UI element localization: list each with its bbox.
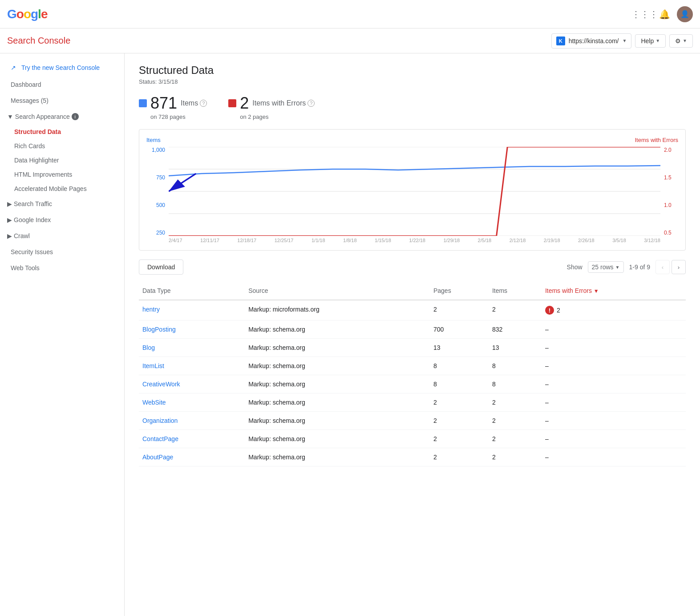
- search-traffic-label: Search Traffic: [14, 200, 52, 207]
- page-status: Status: 3/15/18: [139, 78, 686, 85]
- sort-icon: ▼: [594, 288, 599, 294]
- col-header-items: Items: [489, 282, 542, 300]
- sidebar-item-try-new[interactable]: ↗ Try the new Search Console: [0, 59, 124, 77]
- page-nav: ‹ ›: [655, 260, 686, 274]
- error-badge: !: [545, 306, 554, 315]
- type-link[interactable]: ItemList: [142, 362, 164, 369]
- cell-type: AboutPage: [139, 448, 245, 466]
- svg-line-6: [169, 174, 196, 191]
- sidebar-item-messages[interactable]: Messages (5): [0, 93, 124, 109]
- cell-items: 8: [489, 357, 542, 375]
- items-label: Items ?: [181, 99, 207, 107]
- site-selector[interactable]: K https://kinsta.com/ ▼: [551, 33, 632, 49]
- prev-page-button[interactable]: ‹: [655, 260, 670, 274]
- download-button[interactable]: Download: [139, 259, 183, 275]
- cell-source: Markup: schema.org: [245, 430, 430, 448]
- sidebar-item-security[interactable]: Security Issues: [0, 244, 124, 260]
- sub-header-controls: K https://kinsta.com/ ▼ Help ▼ ⚙ ▼: [551, 33, 693, 49]
- security-label: Security Issues: [11, 248, 53, 255]
- cell-pages: 2: [430, 430, 489, 448]
- type-link[interactable]: BlogPosting: [142, 326, 176, 333]
- cell-pages: 2: [430, 393, 489, 412]
- bell-icon[interactable]: 🔔: [657, 7, 672, 21]
- pagination: Show 25 rows ▼ 1-9 of 9 ‹ ›: [567, 260, 686, 274]
- sidebar-section-crawl[interactable]: ▶ Crawl: [0, 228, 124, 244]
- cell-pages: 700: [430, 320, 489, 339]
- try-new-label: Try the new Search Console: [21, 64, 100, 71]
- sidebar-item-rich-cards[interactable]: Rich Cards: [0, 139, 124, 153]
- cell-type: WebSite: [139, 393, 245, 412]
- sidebar-section-google-index[interactable]: ▶ Google Index: [0, 212, 124, 228]
- type-link[interactable]: ContactPage: [142, 435, 178, 442]
- search-appearance-label: Search Appearance: [15, 113, 70, 120]
- sidebar: ↗ Try the new Search Console Dashboard M…: [0, 53, 125, 616]
- cell-source: Markup: schema.org: [245, 357, 430, 375]
- sidebar-item-amp[interactable]: Accelerated Mobile Pages: [0, 182, 124, 196]
- help-button[interactable]: Help ▼: [635, 34, 666, 48]
- header: Google ⋮⋮⋮ 🔔 👤: [0, 0, 700, 28]
- col-header-errors[interactable]: Items with Errors ▼: [542, 282, 686, 300]
- table-row: BlogPostingMarkup: schema.org700832–: [139, 320, 686, 339]
- cell-items: 2: [489, 430, 542, 448]
- external-link-icon: ↗: [11, 64, 16, 71]
- dashboard-label: Dashboard: [11, 81, 41, 88]
- items-help-icon[interactable]: ?: [200, 100, 207, 107]
- rows-label: 25 rows: [592, 263, 614, 271]
- chart-y-left: 1,000 750 500 250: [146, 147, 169, 236]
- col-header-type: Data Type: [139, 282, 245, 300]
- chevron-down-icon: ▼: [655, 38, 660, 43]
- expand-icon: ▶: [7, 232, 12, 239]
- crawl-label: Crawl: [14, 232, 30, 239]
- type-link[interactable]: CreativeWork: [142, 381, 180, 388]
- next-page-button[interactable]: ›: [672, 260, 686, 274]
- cell-type: Blog: [139, 339, 245, 357]
- cell-pages: 13: [430, 339, 489, 357]
- type-link[interactable]: AboutPage: [142, 454, 173, 461]
- col-header-source: Source: [245, 282, 430, 300]
- cell-items: 8: [489, 375, 542, 393]
- settings-button[interactable]: ⚙ ▼: [669, 34, 693, 48]
- sidebar-item-structured-data[interactable]: Structured Data: [0, 125, 124, 139]
- messages-label: Messages (5): [11, 97, 49, 104]
- errors-color-box: [228, 99, 236, 107]
- rows-dropdown[interactable]: 25 rows ▼: [588, 261, 624, 273]
- errors-help-icon[interactable]: ?: [308, 100, 315, 107]
- chart-svg: [169, 147, 660, 236]
- grid-icon[interactable]: ⋮⋮⋮: [638, 7, 652, 21]
- cell-pages: 2: [430, 300, 489, 320]
- cell-errors: –: [542, 430, 686, 448]
- chart-area: 1,000 750 500 250: [146, 147, 678, 236]
- cell-pages: 2: [430, 412, 489, 430]
- cell-pages: 8: [430, 375, 489, 393]
- errors-stat: 2 Items with Errors ? on 2 pages: [228, 94, 315, 120]
- sidebar-item-data-highlighter[interactable]: Data Highlighter: [0, 153, 124, 167]
- cell-type: ContactPage: [139, 430, 245, 448]
- cell-errors: –: [542, 375, 686, 393]
- sidebar-item-html-improvements[interactable]: HTML Improvements: [0, 167, 124, 182]
- app-title: Search Console: [7, 36, 70, 46]
- table-row: CreativeWorkMarkup: schema.org88–: [139, 375, 686, 393]
- items-count: 871: [150, 94, 177, 113]
- sidebar-item-dashboard[interactable]: Dashboard: [0, 77, 124, 93]
- type-link[interactable]: hentry: [142, 306, 160, 313]
- expand-icon: ▶: [7, 200, 12, 207]
- info-icon: i: [72, 113, 79, 120]
- cell-pages: 2: [430, 448, 489, 466]
- avatar[interactable]: 👤: [677, 6, 693, 22]
- chart-legend: Items Items with Errors: [146, 137, 678, 143]
- type-link[interactable]: Blog: [142, 344, 155, 351]
- collapse-icon: ▼: [7, 113, 13, 120]
- type-link[interactable]: Organization: [142, 417, 178, 424]
- cell-source: Markup: schema.org: [245, 393, 430, 412]
- sidebar-section-search-appearance[interactable]: ▼ Search Appearance i: [0, 109, 124, 125]
- header-icons: ⋮⋮⋮ 🔔 👤: [638, 6, 693, 22]
- cell-errors: !2: [542, 300, 686, 320]
- cell-source: Markup: microformats.org: [245, 300, 430, 320]
- cell-errors: –: [542, 412, 686, 430]
- structured-data-label: Structured Data: [14, 128, 61, 135]
- html-improvements-label: HTML Improvements: [14, 171, 72, 178]
- type-link[interactable]: WebSite: [142, 399, 166, 406]
- sidebar-item-web-tools[interactable]: Web Tools: [0, 260, 124, 276]
- cell-items: 13: [489, 339, 542, 357]
- sidebar-section-search-traffic[interactable]: ▶ Search Traffic: [0, 196, 124, 212]
